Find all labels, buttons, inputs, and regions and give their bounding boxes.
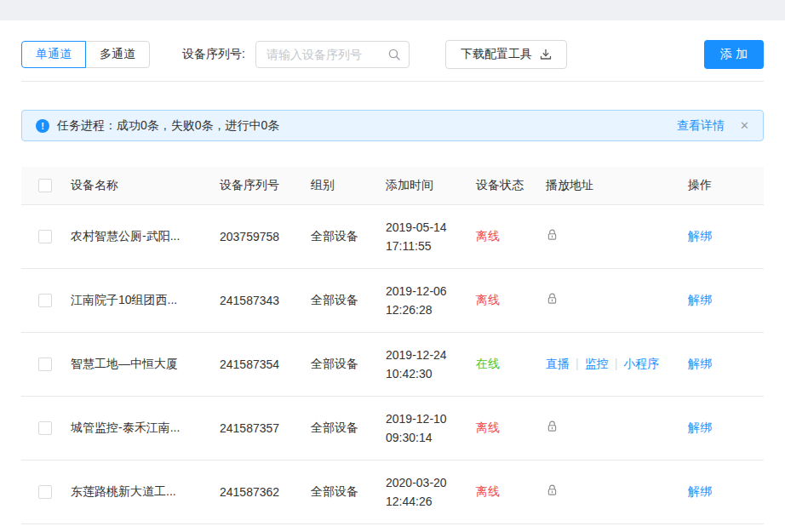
device-group: 全部设备 xyxy=(311,396,386,460)
play-address-cell xyxy=(546,396,688,460)
device-group: 全部设备 xyxy=(311,204,386,268)
col-play-address: 播放地址 xyxy=(546,167,688,204)
table-row: 智慧工地—中恒大厦241587354全部设备2019-12-2410:42:30… xyxy=(21,332,764,396)
device-group: 全部设备 xyxy=(311,332,386,396)
add-time: 2019-05-1417:11:55 xyxy=(386,204,476,268)
col-device-name: 设备名称 xyxy=(71,167,220,204)
view-details-link[interactable]: 查看详情 xyxy=(677,118,725,134)
serial-search-input[interactable] xyxy=(255,41,410,68)
table-row: 城管监控-泰禾江南...241587357全部设备2019-12-1009:30… xyxy=(21,396,764,460)
col-operation: 操作 xyxy=(688,167,764,204)
status-badge: 离线 xyxy=(476,293,500,306)
add-time: 2019-12-1009:30:14 xyxy=(386,396,476,460)
row-checkbox[interactable] xyxy=(38,294,52,307)
unbind-link[interactable]: 解绑 xyxy=(688,293,712,306)
lock-icon xyxy=(546,228,559,244)
status-badge: 在线 xyxy=(476,357,500,370)
device-serial: 241587357 xyxy=(220,396,311,460)
download-config-tool-label: 下载配置工具 xyxy=(461,47,532,62)
status-badge: 离线 xyxy=(476,229,500,243)
col-device-status: 设备状态 xyxy=(476,167,546,204)
row-checkbox[interactable] xyxy=(38,485,52,499)
toolbar-divider xyxy=(21,81,764,82)
play-link-monitor[interactable]: 监控 xyxy=(585,357,609,370)
play-link-separator: | xyxy=(615,357,618,370)
device-group: 全部设备 xyxy=(311,268,386,332)
play-address-cell xyxy=(546,268,688,332)
col-group: 组别 xyxy=(311,167,386,204)
device-name: 城管监控-泰禾江南... xyxy=(71,396,220,460)
status-badge: 离线 xyxy=(476,484,500,498)
lock-icon xyxy=(546,420,559,436)
info-icon: ! xyxy=(36,119,49,133)
device-name: 智慧工地—中恒大厦 xyxy=(71,332,220,396)
table-row: 农村智慧公厕-武阳...203759758全部设备2019-05-1417:11… xyxy=(21,204,764,268)
device-name: 农村智慧公厕-武阳... xyxy=(71,204,220,268)
table-header: 设备名称 设备序列号 组别 添加时间 设备状态 播放地址 操作 xyxy=(21,167,764,204)
download-icon xyxy=(540,49,552,60)
col-device-serial: 设备序列号 xyxy=(220,167,311,204)
table-row: 东莲路桃新大道工...241587362全部设备2020-03-2012:44:… xyxy=(21,460,764,523)
task-progress-banner: ! 任务进程：成功0条，失败0条，进行中0条 查看详情 ✕ xyxy=(21,110,764,141)
play-link-live[interactable]: 直播 xyxy=(546,357,570,370)
row-checkbox[interactable] xyxy=(38,421,52,435)
task-progress-text: 任务进程：成功0条，失败0条，进行中0条 xyxy=(57,118,279,134)
play-address-cell xyxy=(546,460,688,523)
play-address-cell xyxy=(546,204,688,268)
table-body: 农村智慧公厕-武阳...203759758全部设备2019-05-1417:11… xyxy=(21,204,764,523)
unbind-link[interactable]: 解绑 xyxy=(688,484,712,498)
lock-icon xyxy=(546,292,559,308)
row-checkbox[interactable] xyxy=(38,358,52,371)
add-time: 2019-12-2410:42:30 xyxy=(386,332,476,396)
channel-tab-group: 单通道 多通道 xyxy=(21,41,150,68)
lock-icon xyxy=(546,483,559,500)
play-address-cell: 直播|监控|小程序 xyxy=(546,332,688,396)
device-serial: 241587362 xyxy=(220,460,311,523)
tab-single-channel[interactable]: 单通道 xyxy=(21,41,86,68)
unbind-link[interactable]: 解绑 xyxy=(688,357,712,370)
device-serial: 241587343 xyxy=(220,268,311,332)
play-link-miniapp[interactable]: 小程序 xyxy=(623,357,659,370)
row-checkbox[interactable] xyxy=(38,230,52,243)
add-time: 2020-03-2012:44:26 xyxy=(386,460,476,523)
download-config-tool-button[interactable]: 下载配置工具 xyxy=(445,40,567,69)
device-table: 设备名称 设备序列号 组别 添加时间 设备状态 播放地址 操作 农村智慧公厕-武… xyxy=(21,167,764,524)
select-all-checkbox[interactable] xyxy=(38,179,52,192)
close-icon[interactable]: ✕ xyxy=(740,120,749,131)
device-serial: 203759758 xyxy=(220,204,311,268)
device-name: 东莲路桃新大道工... xyxy=(71,460,220,523)
device-group: 全部设备 xyxy=(311,460,386,523)
unbind-link[interactable]: 解绑 xyxy=(688,420,712,434)
unbind-link[interactable]: 解绑 xyxy=(688,229,712,243)
device-serial: 241587354 xyxy=(220,332,311,396)
main-content: 单通道 多通道 设备序列号: 下载配置工具 添 加 ! 任务进程：成功0条，失败… xyxy=(0,40,785,524)
add-button[interactable]: 添 加 xyxy=(704,40,764,69)
serial-search-box xyxy=(255,41,410,68)
table-row: 江南院子10组团西...241587343全部设备2019-12-0612:26… xyxy=(21,268,764,332)
serial-number-label: 设备序列号: xyxy=(182,47,245,62)
tab-multi-channel[interactable]: 多通道 xyxy=(85,41,150,68)
toolbar: 单通道 多通道 设备序列号: 下载配置工具 添 加 xyxy=(21,40,764,69)
status-badge: 离线 xyxy=(476,420,500,434)
page-top-band xyxy=(0,0,785,20)
play-link-separator: | xyxy=(576,357,579,370)
search-icon[interactable] xyxy=(387,48,401,61)
col-add-time: 添加时间 xyxy=(386,167,476,204)
add-time: 2019-12-0612:26:28 xyxy=(386,268,476,332)
device-name: 江南院子10组团西... xyxy=(71,268,220,332)
